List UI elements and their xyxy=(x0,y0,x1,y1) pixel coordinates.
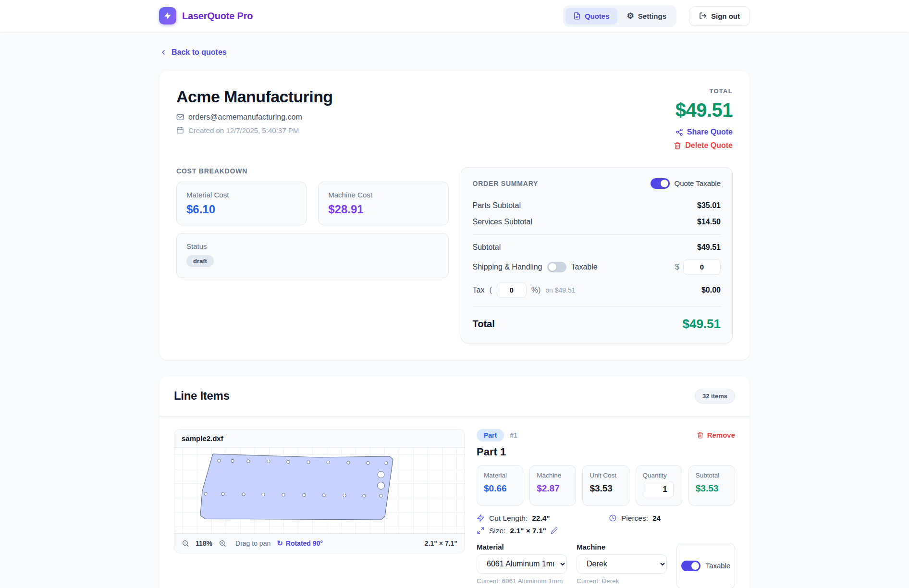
stat-material-label: Material xyxy=(484,472,516,479)
machine-cost-card: Machine Cost $28.91 xyxy=(318,182,448,225)
tax-total-value: $0.00 xyxy=(701,286,721,294)
back-to-quotes-link[interactable]: Back to quotes xyxy=(160,48,227,57)
expand-icon xyxy=(477,527,485,535)
material-cost-card: Material Cost $6.10 xyxy=(176,182,307,225)
delete-quote-label: Delete Quote xyxy=(685,141,733,150)
machine-select[interactable]: Derek xyxy=(577,554,667,574)
material-current: Current: 6061 Aluminum 1mm xyxy=(477,577,567,585)
nav-quotes[interactable]: Quotes xyxy=(565,8,617,24)
material-select[interactable]: 6061 Aluminum 1mm xyxy=(477,554,567,574)
preview-dimensions: 2.1" × 7.1" xyxy=(425,539,457,547)
shipping-amount-input[interactable] xyxy=(683,259,721,275)
services-subtotal-value: $14.50 xyxy=(697,218,721,226)
line-items-title: Line Items xyxy=(174,389,230,403)
stat-material: Material $0.66 xyxy=(477,465,523,506)
material-cost-value: $6.10 xyxy=(186,203,296,216)
share-icon xyxy=(676,128,683,136)
parts-subtotal-label: Parts Subtotal xyxy=(473,201,521,210)
app-header: LaserQuote Pro Quotes ⚙ Settings Sign ou… xyxy=(0,0,909,32)
zoom-out-icon[interactable] xyxy=(182,539,189,547)
quote-taxable-toggle[interactable] xyxy=(651,178,670,189)
gear-icon: ⚙ xyxy=(627,12,634,20)
pan-hint: Drag to pan xyxy=(235,539,270,547)
item-taxable-toggle[interactable] xyxy=(681,561,700,571)
rotate-button[interactable]: ↻ Rotated 90° xyxy=(277,539,323,547)
nav-settings[interactable]: ⚙ Settings xyxy=(619,8,674,24)
size-label: Size: xyxy=(489,527,505,535)
stat-machine: Machine $2.87 xyxy=(529,465,576,506)
order-summary-title: ORDER SUMMARY xyxy=(473,180,539,187)
stat-quantity-label: Quantity xyxy=(643,472,675,479)
pencil-icon xyxy=(551,527,558,534)
stat-quantity: Quantity xyxy=(636,465,682,506)
calendar-icon xyxy=(176,126,184,134)
app-logo xyxy=(159,7,176,24)
stat-unit-cost: Unit Cost $3.53 xyxy=(582,465,629,506)
customer-name: Acme Manufacturing xyxy=(176,87,332,106)
trash-icon xyxy=(674,142,681,149)
items-count-badge: 32 items xyxy=(695,389,735,404)
size-value: 2.1" × 7.1" xyxy=(510,527,546,535)
sign-out-button[interactable]: Sign out xyxy=(689,6,750,26)
summary-total-label: Total xyxy=(473,318,495,330)
stat-unit-cost-value: $3.53 xyxy=(590,483,622,494)
parts-subtotal-value: $35.01 xyxy=(697,201,721,210)
material-field: Material 6061 Aluminum 1mm Current: 6061… xyxy=(477,543,567,588)
material-field-label: Material xyxy=(477,543,567,551)
stat-material-value: $0.66 xyxy=(484,483,516,494)
part-name: Part 1 xyxy=(477,446,735,458)
pierces-value: 24 xyxy=(652,514,661,523)
stat-subtotal-value: $3.53 xyxy=(696,483,728,494)
share-quote-button[interactable]: Share Quote xyxy=(676,128,733,136)
summary-divider-2 xyxy=(473,306,721,306)
remove-item-button[interactable]: Remove xyxy=(697,431,735,439)
quote-total: $49.51 xyxy=(676,99,733,121)
lightning-icon xyxy=(477,514,485,522)
item-taxable-label: Taxable xyxy=(706,562,731,570)
machine-cost-label: Machine Cost xyxy=(328,191,438,199)
item-number: #1 xyxy=(510,431,517,439)
order-summary-panel: ORDER SUMMARY Quote Taxable Parts Subtot… xyxy=(461,167,733,343)
summary-total-value: $49.51 xyxy=(682,317,721,331)
nav-quotes-label: Quotes xyxy=(585,12,610,20)
status-badge: draft xyxy=(186,255,214,267)
main-nav: Quotes ⚙ Settings xyxy=(563,5,676,27)
sign-out-icon xyxy=(699,12,707,20)
machine-cost-value: $28.91 xyxy=(328,203,438,216)
back-link-label: Back to quotes xyxy=(172,48,227,57)
material-cost-label: Material Cost xyxy=(186,191,296,199)
nav-settings-label: Settings xyxy=(638,12,666,20)
delete-quote-button[interactable]: Delete Quote xyxy=(674,141,733,150)
app-title: LaserQuote Pro xyxy=(182,11,253,22)
part-outline xyxy=(174,448,465,533)
trash-icon xyxy=(697,431,704,439)
part-preview-canvas[interactable] xyxy=(174,448,465,533)
item-taxable-card: Taxable xyxy=(676,543,735,588)
pierces-label: Pierces: xyxy=(621,514,648,523)
bolt-logo-icon xyxy=(163,12,172,20)
shipping-taxable-toggle[interactable] xyxy=(547,262,566,272)
quantity-input[interactable] xyxy=(643,481,674,498)
created-date: Created on 12/7/2025, 5:40:37 PM xyxy=(188,126,299,135)
services-subtotal-label: Services Subtotal xyxy=(473,218,533,226)
subtotal-label: Subtotal xyxy=(473,243,501,252)
clock-icon xyxy=(609,514,617,522)
total-label: TOTAL xyxy=(709,87,733,95)
customer-email: orders@acmemanufacturing.com xyxy=(188,113,302,122)
stat-machine-label: Machine xyxy=(537,472,569,479)
tax-label: Tax xyxy=(473,286,485,294)
cost-breakdown-title: COST BREAKDOWN xyxy=(176,167,449,175)
brand: LaserQuote Pro xyxy=(159,7,253,24)
file-text-icon xyxy=(573,12,581,20)
tax-basis: on $49.51 xyxy=(545,286,575,294)
status-label: Status xyxy=(186,242,439,250)
zoom-in-icon[interactable] xyxy=(219,539,226,547)
machine-current: Current: Derek xyxy=(577,577,667,585)
stat-unit-cost-label: Unit Cost xyxy=(590,472,622,479)
currency-symbol: $ xyxy=(675,263,679,271)
edit-size-button[interactable] xyxy=(551,527,558,534)
status-card: Status draft xyxy=(176,233,449,278)
tax-rate-input[interactable] xyxy=(497,282,527,298)
mail-icon xyxy=(176,113,184,121)
quote-taxable-label: Quote Taxable xyxy=(675,179,721,187)
